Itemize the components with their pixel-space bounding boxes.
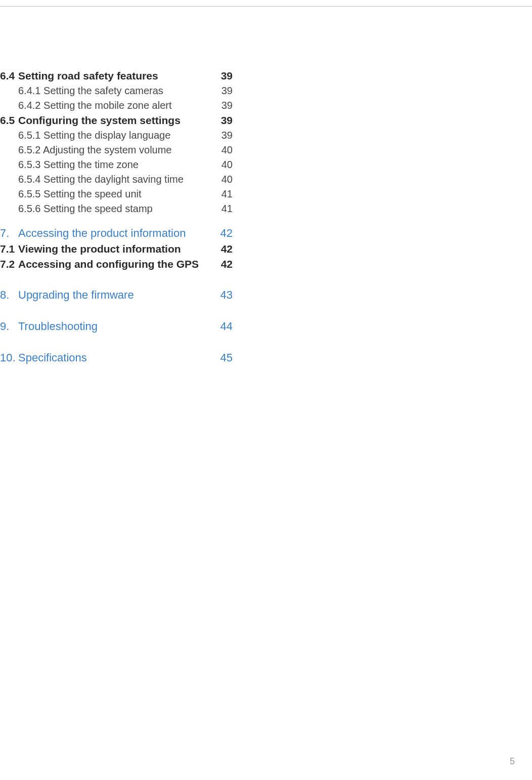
page-number: 5	[510, 756, 515, 767]
toc-title: Setting road safety features	[18, 70, 212, 82]
toc-entry: 6.5.1 Setting the display language 39	[0, 130, 233, 141]
toc-page: 42	[212, 227, 233, 240]
toc-page: 44	[212, 320, 233, 333]
spacer	[0, 218, 233, 227]
spacer	[0, 336, 233, 351]
top-rule	[0, 6, 532, 7]
toc-title: Accessing the product information	[18, 227, 212, 240]
toc-entry: 6.4 Setting road safety features 39	[0, 70, 233, 82]
toc-page: 42	[212, 243, 233, 255]
toc-number: 6.5	[0, 114, 18, 127]
toc-entry: 7.2 Accessing and configuring the GPS 42	[0, 258, 233, 270]
toc-entry: 6.5.6 Setting the speed stamp 41	[0, 203, 233, 215]
toc-title: Troubleshooting	[18, 320, 212, 333]
toc-entry: 6.5.5 Setting the speed unit 41	[0, 188, 233, 200]
toc-title: 6.5.4 Setting the daylight saving time	[18, 174, 212, 185]
toc-page: 39	[212, 130, 233, 141]
toc-entry: 6.5.3 Setting the time zone 40	[0, 159, 233, 171]
toc-page: 39	[212, 114, 233, 127]
toc-page: 41	[212, 203, 233, 215]
toc-page: 40	[212, 159, 233, 171]
toc-number: 6.4	[0, 70, 18, 82]
toc-title: 6.4.1 Setting the safety cameras	[18, 85, 212, 97]
toc-number: 7.	[0, 227, 18, 240]
toc-entry: 6.5 Configuring the system settings 39	[0, 114, 233, 127]
toc-entry: 8. Upgrading the firmware 43	[0, 289, 233, 302]
toc-title: Accessing and configuring the GPS	[18, 258, 212, 270]
toc-entry: 7.1 Viewing the product information 42	[0, 243, 233, 255]
toc-title: 6.5.3 Setting the time zone	[18, 159, 212, 171]
toc-page: 40	[212, 174, 233, 185]
toc-title: Viewing the product information	[18, 243, 212, 255]
toc-page: 43	[212, 289, 233, 302]
spacer	[0, 305, 233, 320]
toc-page: 39	[212, 85, 233, 97]
toc-entry: 6.4.2 Setting the mobile zone alert 39	[0, 100, 233, 111]
toc-page: 39	[212, 70, 233, 82]
toc-title: 6.4.2 Setting the mobile zone alert	[18, 100, 212, 111]
toc-title: 6.5.2 Adjusting the system volume	[18, 144, 212, 156]
toc-title: 6.5.6 Setting the speed stamp	[18, 203, 212, 215]
toc-entry: 9. Troubleshooting 44	[0, 320, 233, 333]
table-of-contents: 6.4 Setting road safety features 39 6.4.…	[0, 70, 233, 367]
toc-title: 6.5.5 Setting the speed unit	[18, 188, 212, 200]
toc-entry: 6.5.4 Setting the daylight saving time 4…	[0, 174, 233, 185]
toc-entry: 6.5.2 Adjusting the system volume 40	[0, 144, 233, 156]
toc-number: 7.1	[0, 243, 18, 255]
toc-number: 10.	[0, 351, 18, 364]
toc-entry: 6.4.1 Setting the safety cameras 39	[0, 85, 233, 97]
toc-number: 9.	[0, 320, 18, 333]
toc-entry: 7. Accessing the product information 42	[0, 227, 233, 240]
toc-page: 39	[212, 100, 233, 111]
toc-entry: 10. Specifications 45	[0, 351, 233, 364]
toc-page: 45	[212, 351, 233, 364]
spacer	[0, 273, 233, 289]
toc-title: Specifications	[18, 351, 212, 364]
toc-page: 41	[212, 188, 233, 200]
toc-page: 42	[212, 258, 233, 270]
toc-title: 6.5.1 Setting the display language	[18, 130, 212, 141]
toc-number: 7.2	[0, 258, 18, 270]
toc-title: Upgrading the firmware	[18, 289, 212, 302]
toc-page: 40	[212, 144, 233, 156]
toc-title: Configuring the system settings	[18, 114, 212, 127]
toc-number: 8.	[0, 289, 18, 302]
